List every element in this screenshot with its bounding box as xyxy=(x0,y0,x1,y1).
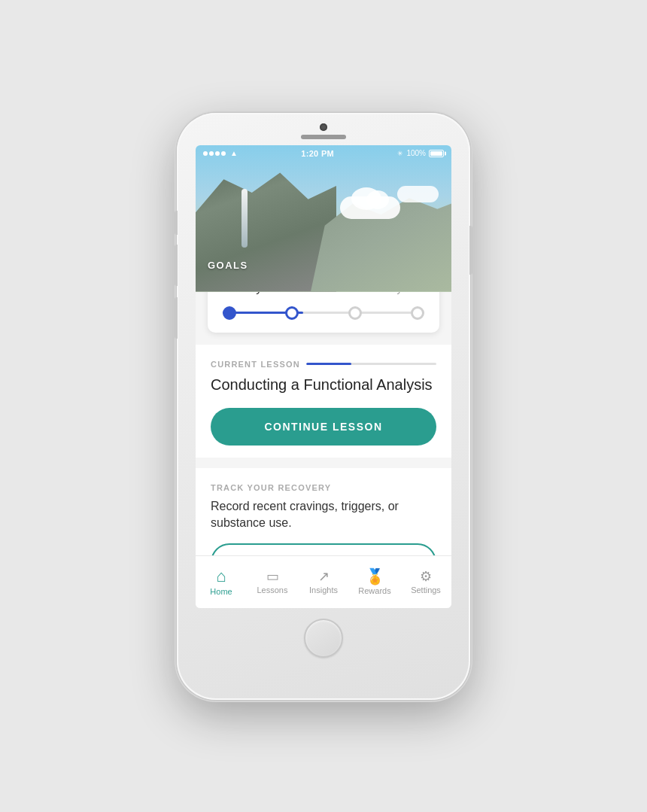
insights-label: Insights xyxy=(309,585,338,595)
lessons-label: Lessons xyxy=(257,585,288,595)
bottom-nav: ⌂ Home ▭ Lessons ↗ Insights 🏅 Rewards ⚙ … xyxy=(196,555,451,608)
nav-settings[interactable]: ⚙ Settings xyxy=(400,570,451,595)
front-camera xyxy=(320,123,327,131)
lesson-section: CURRENT LESSON Conducting a Functional A… xyxy=(196,345,451,458)
status-time: 1:20 PM xyxy=(301,149,334,158)
rewards-icon: 🏅 xyxy=(366,569,384,584)
dot-4 xyxy=(411,306,424,320)
dot-2 xyxy=(285,306,299,320)
signal-icon xyxy=(203,151,226,156)
recovery-label: TRACK YOUR RECOVERY xyxy=(211,483,436,492)
insights-icon: ↗ xyxy=(318,570,330,583)
nav-home[interactable]: ⌂ Home xyxy=(196,568,247,596)
rewards-label: Rewards xyxy=(358,586,390,595)
silent-switch xyxy=(175,211,178,235)
goals-card: Weekly Lessons 5 days left xyxy=(208,292,439,333)
hero-image: GOALS xyxy=(196,145,451,292)
continue-lesson-button[interactable]: CONTINUE LESSON xyxy=(211,408,436,446)
lesson-title: Conducting a Functional Analysis xyxy=(211,375,436,394)
status-bar: ▲ 1:20 PM ✳ 100% xyxy=(196,145,451,162)
phone-screen: ▲ 1:20 PM ✳ 100% GOALS xyxy=(196,145,451,608)
home-label: Home xyxy=(210,587,232,596)
phone-frame: ▲ 1:20 PM ✳ 100% GOALS xyxy=(177,113,470,700)
power-button xyxy=(469,226,472,275)
dot-3 xyxy=(348,306,362,320)
lessons-icon: ▭ xyxy=(266,570,279,583)
nav-rewards[interactable]: 🏅 Rewards xyxy=(349,569,400,595)
nav-lessons[interactable]: ▭ Lessons xyxy=(247,570,298,595)
home-icon: ⌂ xyxy=(216,568,226,585)
phone-top xyxy=(177,113,470,139)
weekly-lessons-title: Weekly Lessons xyxy=(223,292,310,295)
earpiece-speaker xyxy=(301,135,346,139)
goals-label: GOALS xyxy=(208,260,248,271)
lesson-progress-bar xyxy=(306,363,436,365)
goals-card-header: Weekly Lessons 5 days left xyxy=(223,292,424,295)
wifi-icon: ▲ xyxy=(230,149,238,157)
status-left: ▲ xyxy=(203,149,238,157)
lesson-progress-filled xyxy=(306,363,352,365)
dot-1 xyxy=(223,306,236,320)
cloud-2 xyxy=(397,186,439,202)
bluetooth-icon: ✳ xyxy=(397,150,403,157)
days-left: 5 days left xyxy=(376,292,424,294)
settings-icon: ⚙ xyxy=(420,570,432,583)
settings-label: Settings xyxy=(411,585,441,595)
recovery-text: Record recent cravings, triggers, or sub… xyxy=(211,498,436,532)
nav-insights[interactable]: ↗ Insights xyxy=(298,570,349,595)
battery-icon xyxy=(429,150,444,157)
cloud-1 xyxy=(340,196,400,219)
volume-up-button xyxy=(175,245,178,286)
dots-row xyxy=(223,306,424,320)
volume-down-button xyxy=(175,297,178,339)
progress-track xyxy=(223,306,424,321)
waterfall xyxy=(241,189,248,248)
status-right: ✳ 100% xyxy=(397,149,444,157)
home-button[interactable] xyxy=(304,619,343,658)
phone-bottom xyxy=(304,608,343,700)
battery-percent: 100% xyxy=(406,149,426,157)
current-lesson-label: CURRENT LESSON xyxy=(211,360,436,369)
